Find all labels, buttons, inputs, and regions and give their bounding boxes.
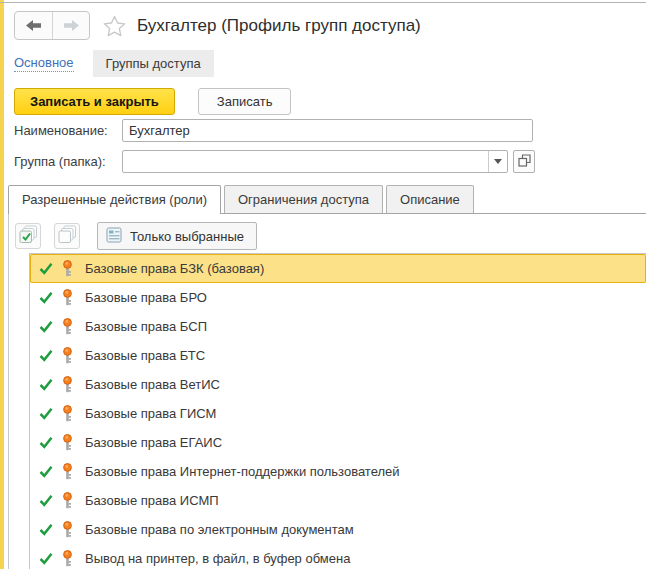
tab-allowed-actions[interactable]: Разрешенные действия (роли) xyxy=(8,185,221,214)
window-top-divider xyxy=(0,2,646,3)
tab-access-restrictions[interactable]: Ограничения доступа xyxy=(224,185,383,213)
role-label: Базовые права ИСМП xyxy=(85,493,219,508)
name-field-row: Наименование: xyxy=(14,119,533,142)
details-tab-panel: Разрешенные действия (роли) Ограничения … xyxy=(8,185,646,569)
key-icon xyxy=(62,347,73,364)
key-icon xyxy=(62,463,73,480)
role-row[interactable]: Базовые права ВетИС xyxy=(30,370,646,399)
window-left-accent-strip xyxy=(0,0,4,569)
role-label: Базовые права ВетИС xyxy=(85,377,220,392)
role-row[interactable]: Базовые права ЕГАИС xyxy=(30,428,646,457)
roles-toolbar: Только выбранные xyxy=(9,214,646,250)
checkmark-icon xyxy=(39,378,53,391)
key-icon xyxy=(62,405,73,422)
action-button-row: Записать и закрыть Записать xyxy=(14,88,291,115)
role-label: Базовые права по электронным документам xyxy=(85,522,354,537)
role-label: Базовые права БЗК (базовая) xyxy=(85,261,264,276)
key-icon xyxy=(62,376,73,393)
checkmark-icon xyxy=(39,465,53,478)
group-field-label: Группа (папка): xyxy=(14,154,122,169)
group-combobox xyxy=(122,150,508,173)
overlapping-squares-icon xyxy=(518,153,531,171)
group-field-row: Группа (папка): xyxy=(14,150,535,173)
key-icon xyxy=(62,289,73,306)
role-row[interactable]: Базовые права ИСМП xyxy=(30,486,646,515)
group-dropdown-button[interactable] xyxy=(488,151,507,172)
name-input[interactable] xyxy=(122,119,533,142)
forward-button[interactable] xyxy=(52,12,89,39)
checkmark-icon xyxy=(39,320,53,333)
role-row[interactable]: Базовые права БРО xyxy=(30,283,646,312)
role-row[interactable]: Вывод на принтер, в файл, в буфер обмена xyxy=(30,544,646,569)
checkmark-icon xyxy=(39,494,53,507)
group-open-button[interactable] xyxy=(513,150,535,173)
back-arrow-icon xyxy=(26,17,41,35)
checkmark-icon xyxy=(39,552,53,565)
key-icon xyxy=(62,260,73,277)
role-label: Вывод на принтер, в файл, в буфер обмена xyxy=(85,551,350,566)
favorites-star-icon[interactable] xyxy=(103,15,126,37)
stacked-pages-check-icon xyxy=(19,225,38,248)
clear-all-marks-button[interactable] xyxy=(54,223,80,249)
details-tabstrip: Разрешенные действия (роли) Ограничения … xyxy=(8,185,646,214)
checkmark-icon xyxy=(39,407,53,420)
checkmark-icon xyxy=(39,262,53,275)
role-label: Базовые права БСП xyxy=(85,319,207,334)
role-row[interactable]: Базовые права БСП xyxy=(30,312,646,341)
command-tabs: Основное Группы доступа xyxy=(14,50,214,77)
save-and-close-button[interactable]: Записать и закрыть xyxy=(14,88,175,115)
role-row[interactable]: Базовые права БЗК (базовая) xyxy=(30,254,646,283)
name-field-label: Наименование: xyxy=(14,123,122,138)
form-header: Бухгалтер (Профиль групп доступа) xyxy=(14,11,421,40)
roles-list: Базовые права БЗК (базовая) Базовые прав… xyxy=(29,253,646,569)
list-page-icon xyxy=(106,227,130,246)
only-selected-button[interactable]: Только выбранные xyxy=(97,222,257,250)
save-button[interactable]: Записать xyxy=(198,88,292,115)
key-icon xyxy=(62,550,73,567)
role-label: Базовые права Интернет-поддержки пользов… xyxy=(85,464,400,479)
tab-description[interactable]: Описание xyxy=(386,185,474,213)
key-icon xyxy=(62,434,73,451)
checkmark-icon xyxy=(39,291,53,304)
key-icon xyxy=(62,318,73,335)
page-title: Бухгалтер (Профиль групп доступа) xyxy=(137,16,421,36)
role-label: Базовые права ЕГАИС xyxy=(85,435,222,450)
role-label: Базовые права ГИСМ xyxy=(85,406,216,421)
checkmark-icon xyxy=(39,436,53,449)
only-selected-label: Только выбранные xyxy=(130,229,244,244)
role-label: Базовые права БРО xyxy=(85,290,207,305)
tab-main-link[interactable]: Основное xyxy=(14,55,74,72)
role-row[interactable]: Базовые права БТС xyxy=(30,341,646,370)
stacked-pages-icon xyxy=(58,225,77,248)
history-nav-group xyxy=(14,11,90,40)
forward-arrow-icon xyxy=(64,17,79,35)
back-button[interactable] xyxy=(15,12,52,39)
checkmark-icon xyxy=(39,349,53,362)
chevron-down-icon xyxy=(494,159,502,164)
key-icon xyxy=(62,492,73,509)
set-all-marks-button[interactable] xyxy=(15,223,41,249)
role-row[interactable]: Базовые права Интернет-поддержки пользов… xyxy=(30,457,646,486)
key-icon xyxy=(62,521,73,538)
role-label: Базовые права БТС xyxy=(85,348,205,363)
role-row[interactable]: Базовые права ГИСМ xyxy=(30,399,646,428)
group-input[interactable] xyxy=(123,151,488,172)
tab-access-groups[interactable]: Группы доступа xyxy=(93,50,214,77)
role-row[interactable]: Базовые права по электронным документам xyxy=(30,515,646,544)
checkmark-icon xyxy=(39,523,53,536)
